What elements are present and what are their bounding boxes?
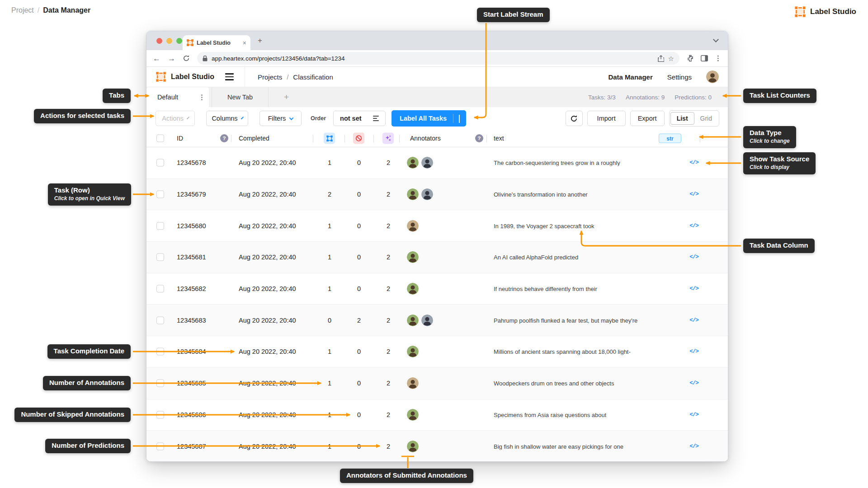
skipped-column-icon[interactable] — [353, 133, 364, 144]
table-row[interactable]: 12345682 Aug 20 2022, 20:40 1 0 2 If neu… — [146, 273, 728, 305]
tab-default[interactable]: Default — [146, 87, 209, 107]
new-browser-tab-button[interactable]: + — [258, 36, 262, 45]
show-source-icon[interactable]: </> — [687, 380, 701, 386]
show-source-icon[interactable]: </> — [687, 191, 701, 197]
extensions-puzzle-icon[interactable] — [687, 55, 694, 62]
tab-new-tab[interactable]: New Tab — [212, 87, 269, 107]
hamburger-menu-icon[interactable] — [225, 73, 234, 80]
nav-settings[interactable]: Settings — [667, 73, 692, 81]
table-row[interactable]: 12345686 Aug 20 2022, 20:40 1 0 2 Specim… — [146, 399, 728, 431]
label-all-tasks-button[interactable]: Label All Tasks — [392, 110, 466, 127]
app-breadcrumb-projects-link[interactable]: Projects — [258, 73, 282, 81]
browser-menu-icon[interactable]: ⋮ — [715, 54, 722, 62]
forward-icon[interactable]: → — [168, 55, 175, 62]
import-button[interactable]: Import — [587, 111, 626, 126]
task-id: 12345678 — [177, 159, 206, 166]
col-id-label[interactable]: ID — [177, 135, 183, 142]
app-logo-icon[interactable] — [156, 71, 166, 82]
browser-tab[interactable]: Label Studio × — [183, 35, 250, 50]
annotations-count: 1 — [324, 253, 335, 261]
task-id: 12345682 — [177, 285, 206, 292]
row-checkbox[interactable] — [156, 442, 164, 450]
avatar — [406, 219, 420, 233]
chevron-down-icon[interactable] — [713, 37, 719, 42]
col-completed-label[interactable]: Completed — [239, 135, 269, 142]
breadcrumb-project-link[interactable]: Project — [11, 6, 34, 14]
table-row[interactable]: 12345685 Aug 20 2022, 20:40 1 0 2 Woodpe… — [146, 368, 728, 399]
avatar — [406, 408, 420, 422]
task-completed-date: Aug 20 2022, 20:40 — [239, 411, 296, 418]
row-checkbox[interactable] — [156, 253, 164, 261]
show-source-icon[interactable]: </> — [687, 286, 701, 292]
maximize-window-button[interactable] — [176, 38, 182, 44]
label-all-chevron-icon[interactable] — [459, 115, 460, 123]
table-row[interactable]: 12345681 Aug 20 2022, 20:40 1 0 2 An AI … — [146, 242, 728, 273]
view-list-button[interactable]: List — [670, 112, 694, 125]
row-checkbox[interactable] — [156, 159, 164, 167]
show-source-icon[interactable]: </> — [687, 443, 701, 450]
columns-dropdown[interactable]: Columns — [206, 111, 248, 126]
help-icon[interactable]: ? — [475, 134, 483, 142]
app-breadcrumb: Projects / Classification — [258, 73, 333, 81]
table-row[interactable]: 12345679 Aug 20 2022, 20:40 2 0 2 Olivin… — [146, 179, 728, 211]
row-checkbox[interactable] — [156, 285, 164, 293]
show-source-icon[interactable]: </> — [687, 412, 701, 418]
row-checkbox[interactable] — [156, 380, 164, 387]
close-tab-icon[interactable]: × — [243, 40, 246, 46]
tab-options-icon[interactable] — [201, 94, 203, 100]
row-checkbox[interactable] — [156, 316, 164, 324]
avatar — [420, 314, 434, 327]
annotator-avatars — [406, 408, 420, 422]
close-window-button[interactable] — [156, 38, 162, 44]
back-icon[interactable]: ← — [153, 55, 160, 62]
row-checkbox[interactable] — [156, 191, 164, 198]
bookmark-star-icon[interactable]: ☆ — [668, 55, 674, 62]
row-checkbox[interactable] — [156, 348, 164, 356]
task-text: Millions of ancient stars spanning about… — [494, 348, 631, 355]
show-source-icon[interactable]: </> — [687, 160, 701, 166]
browser-window: Label Studio × + ← → app.heartex.com/pro… — [146, 31, 728, 462]
user-avatar[interactable] — [706, 70, 719, 83]
skipped-count: 0 — [353, 411, 365, 418]
app-breadcrumb-current: Classification — [293, 73, 333, 81]
view-grid-button[interactable]: Grid — [694, 112, 718, 125]
address-bar[interactable]: app.heartex.com/projects/123456/data?tab… — [197, 52, 679, 65]
table-row[interactable]: 12345684 Aug 20 2022, 20:40 1 0 2 Millio… — [146, 336, 728, 368]
show-source-icon[interactable]: </> — [687, 223, 701, 229]
nav-data-manager[interactable]: Data Manager — [608, 73, 652, 81]
reload-icon[interactable] — [183, 55, 190, 62]
col-annotators-label[interactable]: Annotators — [410, 135, 441, 142]
side-panel-icon[interactable] — [701, 55, 708, 61]
row-checkbox[interactable] — [156, 411, 164, 418]
task-text: Big fish in shallow water are easy picki… — [494, 443, 623, 450]
minimize-window-button[interactable] — [166, 38, 172, 44]
predictions-count: 2 — [382, 443, 394, 450]
add-tab-button[interactable]: + — [284, 92, 289, 102]
refresh-button[interactable] — [566, 111, 583, 126]
col-text-label[interactable]: text — [494, 135, 504, 142]
show-source-icon[interactable]: </> — [687, 254, 701, 260]
help-icon[interactable]: ? — [220, 134, 228, 142]
data-type-badge[interactable]: str — [659, 134, 681, 143]
skipped-count: 2 — [353, 317, 365, 324]
predictions-column-icon[interactable] — [382, 133, 394, 144]
order-button[interactable]: not set — [333, 111, 386, 126]
share-icon[interactable] — [658, 55, 664, 62]
annotations-column-icon[interactable] — [324, 133, 335, 144]
show-source-icon[interactable]: </> — [687, 317, 701, 324]
show-source-icon[interactable]: </> — [687, 348, 701, 355]
table-row[interactable]: 12345680 Aug 20 2022, 20:40 1 0 2 In 198… — [146, 210, 728, 242]
table-row[interactable]: 12345678 Aug 20 2022, 20:40 1 0 2 The ca… — [146, 147, 728, 179]
filters-dropdown[interactable]: Filters — [259, 111, 302, 126]
app-logo-text: Label Studio — [171, 73, 214, 81]
table-row[interactable]: 12345683 Aug 20 2022, 20:40 0 2 2 Pahrum… — [146, 305, 728, 336]
actions-dropdown[interactable]: Actions — [156, 111, 195, 126]
label-studio-logo-icon — [794, 6, 806, 18]
select-all-checkbox[interactable] — [156, 135, 164, 142]
callout-number-of-skipped-annotations: Number of Skipped Annotations — [14, 408, 131, 422]
row-checkbox[interactable] — [156, 222, 164, 230]
skipped-count: 0 — [353, 222, 365, 230]
export-button[interactable]: Export — [630, 111, 665, 126]
table-row[interactable]: 12345687 Aug 20 2022, 20:40 1 0 2 Big fi… — [146, 431, 728, 462]
avatar — [420, 156, 434, 169]
